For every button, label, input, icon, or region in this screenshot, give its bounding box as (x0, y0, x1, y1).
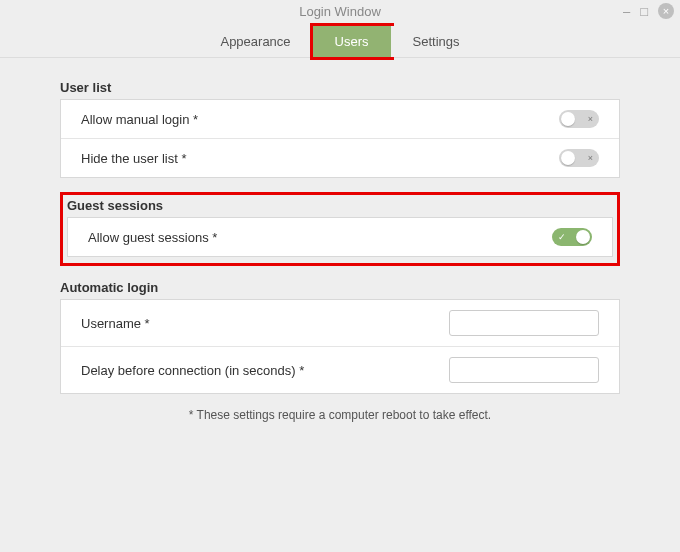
toggle-hide-user-list[interactable]: × (559, 149, 599, 167)
section-automatic-login: Automatic login Username * Delay before … (60, 280, 620, 394)
tab-appearance[interactable]: Appearance (198, 26, 312, 57)
row-delay: Delay before connection (in seconds) * (61, 346, 619, 393)
row-allow-guest-sessions: Allow guest sessions * ✓ (68, 218, 612, 256)
toggle-off-mark-icon: × (588, 153, 593, 163)
toggle-off-mark-icon: × (588, 114, 593, 124)
delay-input[interactable] (449, 357, 599, 383)
section-user-list: User list Allow manual login * × Hide th… (60, 80, 620, 178)
tab-users[interactable]: Users (313, 26, 391, 57)
tab-bar: Appearance Users Settings (0, 22, 680, 58)
window-controls: – □ × (623, 3, 674, 19)
tab-settings[interactable]: Settings (391, 26, 482, 57)
row-allow-manual-login: Allow manual login * × (61, 100, 619, 138)
toggle-allow-guest-sessions[interactable]: ✓ (552, 228, 592, 246)
highlight-users-tab: Users (310, 23, 394, 60)
guest-sessions-group: Allow guest sessions * ✓ (67, 217, 613, 257)
user-list-group: Allow manual login * × Hide the user lis… (60, 99, 620, 178)
highlight-guest-sessions: Guest sessions Allow guest sessions * ✓ (60, 192, 620, 266)
row-username: Username * (61, 300, 619, 346)
toggle-allow-manual-login[interactable]: × (559, 110, 599, 128)
label-hide-user-list: Hide the user list * (81, 151, 187, 166)
minimize-icon[interactable]: – (623, 4, 630, 19)
row-hide-user-list: Hide the user list * × (61, 138, 619, 177)
username-input[interactable] (449, 310, 599, 336)
toggle-knob (561, 151, 575, 165)
label-delay: Delay before connection (in seconds) * (81, 363, 304, 378)
section-title-guest-sessions: Guest sessions (67, 198, 613, 213)
maximize-icon[interactable]: □ (640, 4, 648, 19)
toggle-on-check-icon: ✓ (558, 232, 566, 242)
automatic-login-group: Username * Delay before connection (in s… (60, 299, 620, 394)
content-area: User list Allow manual login * × Hide th… (0, 58, 680, 442)
label-allow-manual-login: Allow manual login * (81, 112, 198, 127)
label-username: Username * (81, 316, 150, 331)
window-title: Login Window (299, 4, 381, 19)
footer-note: * These settings require a computer rebo… (60, 408, 620, 422)
section-title-automatic-login: Automatic login (60, 280, 620, 295)
close-icon[interactable]: × (658, 3, 674, 19)
toggle-knob (561, 112, 575, 126)
titlebar: Login Window – □ × (0, 0, 680, 22)
section-title-user-list: User list (60, 80, 620, 95)
label-allow-guest-sessions: Allow guest sessions * (88, 230, 217, 245)
toggle-knob (576, 230, 590, 244)
